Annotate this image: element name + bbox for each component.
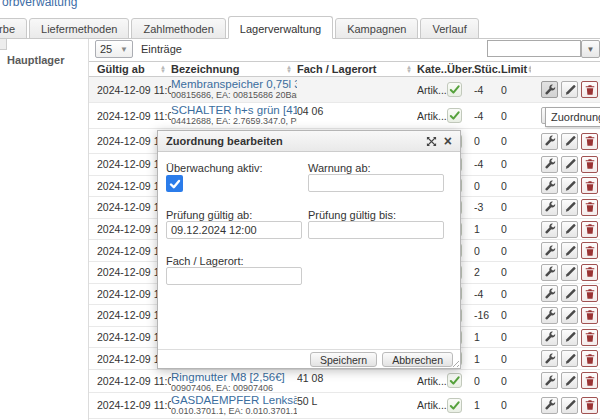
sort-icon[interactable]: ▲▼ <box>406 65 412 73</box>
trash-button[interactable] <box>581 81 598 98</box>
article-link[interactable]: GASDAEMPFER Lenksäule <box>171 394 297 406</box>
sidebar-item-hauptlager[interactable]: Hauptlager <box>7 54 64 66</box>
pencil-button[interactable] <box>561 329 578 346</box>
trash-button[interactable] <box>581 329 598 346</box>
trash-button[interactable] <box>581 242 598 259</box>
wrench-button[interactable] <box>541 156 558 173</box>
pencil-button[interactable] <box>561 242 578 259</box>
column-header-Limit[interactable]: Limit▲▼ <box>501 63 531 75</box>
column-header-label: Stüc... <box>474 63 501 75</box>
tab-kampagnen[interactable]: Kampagnen <box>335 18 418 39</box>
trash-icon <box>584 201 596 213</box>
article-link[interactable]: Membranspeicher 0,75l 350 <box>171 78 297 90</box>
monitoring-label: Überwachung aktiv: <box>166 162 263 174</box>
column-header-label: Kate... <box>417 63 447 75</box>
article-link[interactable]: SCHALTER h+s grün [41,41€ <box>171 104 297 116</box>
pencil-button[interactable] <box>561 221 578 238</box>
pencil-button[interactable] <box>561 156 578 173</box>
trash-button[interactable] <box>581 177 598 194</box>
pencil-button[interactable] <box>561 177 578 194</box>
wrench-button[interactable] <box>541 285 558 302</box>
wrench-button[interactable] <box>541 397 558 414</box>
wrench-button[interactable] <box>541 133 558 150</box>
pencil-button[interactable] <box>561 285 578 302</box>
wrench-button[interactable] <box>541 307 558 324</box>
wrench-icon <box>544 375 556 387</box>
cell-valid-from: 2024-12-09 11:00 <box>97 84 171 96</box>
cancel-button[interactable]: Abbrechen <box>382 352 453 367</box>
table-row: 2024-12-09 11:00Membranspeicher 0,75l 35… <box>89 77 600 103</box>
trash-button[interactable] <box>581 221 598 238</box>
article-number: 04412688, EA: 2.7659.347.0, PEI <box>171 116 297 126</box>
close-icon[interactable]: × <box>444 136 452 147</box>
cell-stock: 0 <box>474 135 501 147</box>
trash-button[interactable] <box>581 199 598 216</box>
maximize-icon[interactable] <box>426 136 437 147</box>
pencil-icon <box>564 266 576 278</box>
tab-örbe[interactable]: örbe <box>0 18 27 39</box>
check-icon <box>447 108 462 123</box>
pencil-button[interactable] <box>561 81 578 98</box>
column-header-Fach / Lagerort[interactable]: Fach / Lagerort▲▼ <box>297 63 417 75</box>
pencil-button[interactable] <box>561 397 578 414</box>
valid-from-input[interactable] <box>166 221 302 239</box>
pencil-button[interactable] <box>561 372 578 389</box>
column-header-Über...[interactable]: Über...▲▼ <box>447 63 474 75</box>
wrench-button[interactable] <box>541 350 558 367</box>
wrench-icon <box>544 266 556 278</box>
wrench-icon <box>544 158 556 170</box>
trash-button[interactable] <box>581 307 598 324</box>
wrench-button[interactable] <box>541 264 558 281</box>
column-header-Kate...[interactable]: Kate...▲▼ <box>417 63 447 75</box>
sort-icon[interactable]: ▲▼ <box>286 65 292 73</box>
trash-button[interactable] <box>581 350 598 367</box>
wrench-button[interactable] <box>541 372 558 389</box>
wrench-button[interactable] <box>541 81 558 98</box>
search-dropdown-button[interactable]: ▼ <box>581 40 600 58</box>
cell-monitoring <box>447 398 474 413</box>
tab-zahlmethoden[interactable]: Zahlmethoden <box>131 18 225 39</box>
column-header-label: Bezeichnung <box>171 63 239 75</box>
sort-icon[interactable]: ▲▼ <box>160 65 166 73</box>
wrench-button[interactable] <box>541 329 558 346</box>
pencil-button[interactable] <box>561 133 578 150</box>
article-link[interactable]: Ringmutter M8 [2,56€] <box>171 371 297 383</box>
pencil-button[interactable] <box>561 199 578 216</box>
trash-button[interactable] <box>581 285 598 302</box>
pencil-button[interactable] <box>561 350 578 367</box>
breadcrumb-link[interactable]: orbverwaltung <box>2 0 77 9</box>
trash-button[interactable] <box>581 372 598 389</box>
save-button[interactable]: Speichern <box>310 352 377 367</box>
monitoring-checkbox[interactable] <box>166 175 183 192</box>
trash-button[interactable] <box>581 264 598 281</box>
cell-location <box>297 77 417 102</box>
pencil-button[interactable] <box>561 307 578 324</box>
wrench-button[interactable] <box>541 177 558 194</box>
wrench-icon <box>544 135 556 147</box>
valid-to-input[interactable] <box>308 221 444 239</box>
cell-valid-from: 2024-12-09 11:00 <box>97 375 171 387</box>
trash-button[interactable] <box>581 397 598 414</box>
wrench-button[interactable] <box>541 242 558 259</box>
column-header-Stüc...[interactable]: Stüc...▲▼ <box>474 63 501 75</box>
cell-limit: 0 <box>501 84 531 96</box>
sort-icon[interactable]: ▲▼ <box>527 65 531 73</box>
location-input[interactable] <box>166 267 302 285</box>
wrench-button[interactable] <box>541 221 558 238</box>
tab-lagerverwaltung[interactable]: Lagerverwaltung <box>228 16 333 39</box>
wrench-button[interactable] <box>541 199 558 216</box>
cell-stock: 1 <box>474 353 501 365</box>
check-icon <box>447 373 462 388</box>
page-size-select[interactable]: 25 ▼ <box>95 40 133 58</box>
trash-button[interactable] <box>581 156 598 173</box>
warning-input[interactable] <box>308 174 444 192</box>
tab-verlauf[interactable]: Verlauf <box>420 18 478 39</box>
column-header-Gültig ab[interactable]: Gültig ab▲▼ <box>97 63 171 75</box>
search-input[interactable] <box>487 40 581 57</box>
column-header-Bezeichnung[interactable]: Bezeichnung▲▼ <box>171 63 297 75</box>
tab-liefermethoden[interactable]: Liefermethoden <box>29 18 129 39</box>
cell-limit: 0 <box>501 309 531 321</box>
trash-button[interactable] <box>581 133 598 150</box>
pencil-button[interactable] <box>561 264 578 281</box>
edit-assignment-dialog: Zuordnung bearbeiten × Überwachung aktiv… <box>157 130 461 369</box>
